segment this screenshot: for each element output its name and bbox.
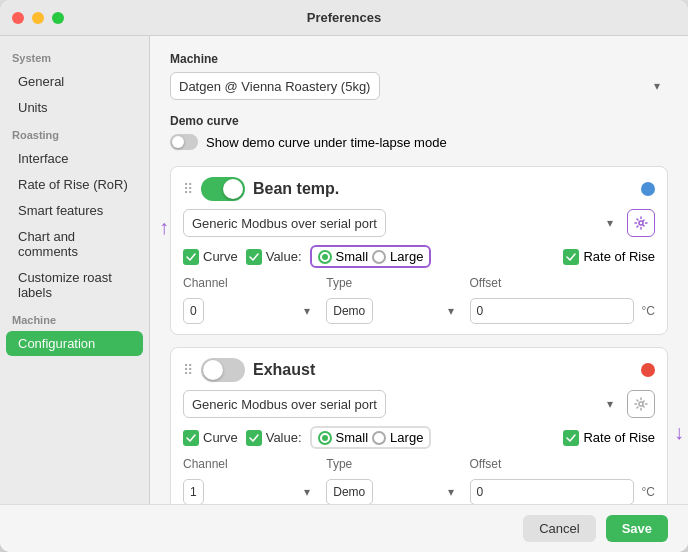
bean-temp-grid: Channel Type Offset 0 Demo xyxy=(183,276,655,324)
value-checkbox-exhaust[interactable] xyxy=(246,430,262,446)
exhaust-options: Curve Value: Small xyxy=(183,426,655,449)
exhaust-port-select[interactable]: Generic Modbus over serial port xyxy=(183,390,386,418)
channel-select-exhaust: 1 xyxy=(183,479,318,504)
sidebar-item-interface[interactable]: Interface xyxy=(6,146,143,171)
gear-icon-exhaust xyxy=(634,397,648,411)
ror-checkbox-exhaust[interactable] xyxy=(563,430,579,446)
bean-temp-toggle[interactable] xyxy=(201,177,245,201)
curve-checkbox-exhaust[interactable] xyxy=(183,430,199,446)
gear-icon xyxy=(634,216,648,230)
small-radio-exhaust[interactable] xyxy=(318,431,332,445)
bean-temp-curve-check[interactable]: Curve xyxy=(183,249,238,265)
traffic-lights xyxy=(12,12,64,24)
close-button[interactable] xyxy=(12,12,24,24)
sidebar-item-units[interactable]: Units xyxy=(6,95,143,120)
type-input-exhaust[interactable]: Demo xyxy=(326,479,373,504)
offset-col-label-bean: Offset xyxy=(470,276,634,290)
sidebar-item-smart[interactable]: Smart features xyxy=(6,198,143,223)
roasting-section-label: Roasting xyxy=(0,121,149,145)
type-col-label-bean: Type xyxy=(326,276,461,290)
arrow-up-indicator: ↑ xyxy=(159,217,169,237)
exhaust-value-check[interactable]: Value: xyxy=(246,430,302,446)
save-button[interactable]: Save xyxy=(606,515,668,542)
demo-curve-text: Show demo curve under time-lapse mode xyxy=(206,135,447,150)
bean-temp-value-check[interactable]: Value: xyxy=(246,249,302,265)
bean-temp-options: Curve Value: Small xyxy=(183,245,655,268)
main-content: Machine Datgen @ Vienna Roastery (5kg) D… xyxy=(150,36,688,504)
ror-label-exhaust: Rate of Rise xyxy=(583,430,655,445)
small-option-bean[interactable]: Small xyxy=(318,249,369,264)
large-label-exhaust: Large xyxy=(390,430,423,445)
large-radio-exhaust[interactable] xyxy=(372,431,386,445)
size-options-exhaust: Small Large xyxy=(310,426,432,449)
machine-select[interactable]: Datgen @ Vienna Roastery (5kg) xyxy=(170,72,380,100)
value-label-exhaust: Value: xyxy=(266,430,302,445)
machine-section-label: Machine xyxy=(0,306,149,330)
sidebar-item-configuration[interactable]: Configuration xyxy=(6,331,143,356)
exhaust-color-dot xyxy=(641,363,655,377)
machine-select-row: Datgen @ Vienna Roastery (5kg) xyxy=(170,72,668,100)
offset-col-label-exhaust: Offset xyxy=(470,457,634,471)
ror-label-bean: Rate of Rise xyxy=(583,249,655,264)
ror-checkbox-bean[interactable] xyxy=(563,249,579,265)
window-title: Preferences xyxy=(307,10,381,25)
drag-handle-exhaust[interactable]: ⠿ xyxy=(183,362,193,378)
sidebar-item-ror[interactable]: Rate of Rise (RoR) xyxy=(6,172,143,197)
type-input-bean[interactable]: Demo xyxy=(326,298,373,324)
demo-curve-knob xyxy=(172,136,184,148)
small-label-exhaust: Small xyxy=(336,430,369,445)
offset-input-exhaust[interactable] xyxy=(470,479,634,504)
channel-bean-temp: ↑ ⠿ Bean temp. Generic Modbus over seria… xyxy=(170,166,668,335)
channel-select-bean: 0 xyxy=(183,298,318,324)
footer: Cancel Save xyxy=(0,504,688,552)
curve-label-bean: Curve xyxy=(203,249,238,264)
large-option-exhaust[interactable]: Large xyxy=(372,430,423,445)
exhaust-select-wrapper: Generic Modbus over serial port xyxy=(183,390,621,418)
value-checkbox-bean[interactable] xyxy=(246,249,262,265)
maximize-button[interactable] xyxy=(52,12,64,24)
exhaust-dropdown-row: Generic Modbus over serial port xyxy=(183,390,655,418)
exhaust-gear-button[interactable] xyxy=(627,390,655,418)
sidebar: System General Units Roasting Interface … xyxy=(0,36,150,504)
large-option-bean[interactable]: Large xyxy=(372,249,423,264)
channel-input-bean[interactable]: 0 xyxy=(183,298,204,324)
curve-checkbox-bean[interactable] xyxy=(183,249,199,265)
type-col-label-exhaust: Type xyxy=(326,457,461,471)
type-select-exhaust: Demo xyxy=(326,479,461,504)
bean-temp-port-select[interactable]: Generic Modbus over serial port xyxy=(183,209,386,237)
demo-curve-row: Show demo curve under time-lapse mode xyxy=(170,134,668,150)
exhaust-curve-check[interactable]: Curve xyxy=(183,430,238,446)
drag-handle-bean[interactable]: ⠿ xyxy=(183,181,193,197)
svg-point-0 xyxy=(639,221,643,225)
system-section-label: System xyxy=(0,44,149,68)
exhaust-toggle[interactable] xyxy=(201,358,245,382)
small-radio-bean[interactable] xyxy=(318,250,332,264)
curve-label-exhaust: Curve xyxy=(203,430,238,445)
large-label-bean: Large xyxy=(390,249,423,264)
machine-select-wrapper: Datgen @ Vienna Roastery (5kg) xyxy=(170,72,668,100)
unit-exhaust: °C xyxy=(642,485,655,499)
unit-bean: °C xyxy=(642,304,655,318)
bean-temp-header: ⠿ Bean temp. xyxy=(183,177,655,201)
exhaust-title: Exhaust xyxy=(253,361,315,379)
channel-input-exhaust[interactable]: 1 xyxy=(183,479,204,504)
type-select-bean: Demo xyxy=(326,298,461,324)
sidebar-item-customize[interactable]: Customize roast labels xyxy=(6,265,143,305)
small-option-exhaust[interactable]: Small xyxy=(318,430,369,445)
large-radio-bean[interactable] xyxy=(372,250,386,264)
minimize-button[interactable] xyxy=(32,12,44,24)
ror-bean: Rate of Rise xyxy=(563,249,655,265)
exhaust-knob xyxy=(203,360,223,380)
offset-input-bean[interactable] xyxy=(470,298,634,324)
ror-exhaust: Rate of Rise xyxy=(563,430,655,446)
bean-temp-gear-button[interactable] xyxy=(627,209,655,237)
svg-point-1 xyxy=(639,402,643,406)
sidebar-item-chart[interactable]: Chart and comments xyxy=(6,224,143,264)
scroll-down-arrow: ↓ xyxy=(674,421,684,444)
bean-temp-title: Bean temp. xyxy=(253,180,339,198)
demo-curve-toggle[interactable] xyxy=(170,134,198,150)
cancel-button[interactable]: Cancel xyxy=(523,515,595,542)
sidebar-item-general[interactable]: General xyxy=(6,69,143,94)
value-label-bean: Value: xyxy=(266,249,302,264)
machine-label: Machine xyxy=(170,52,668,66)
